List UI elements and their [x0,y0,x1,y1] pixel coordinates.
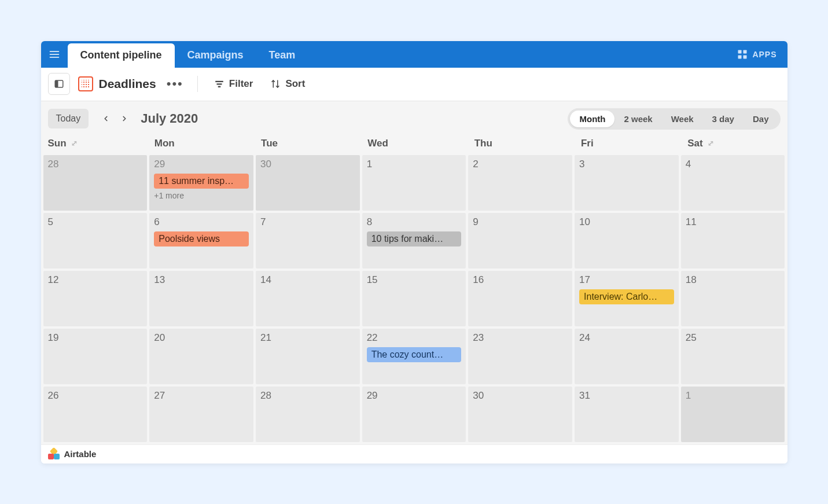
tab-campaigns[interactable]: Campaigns [175,43,256,68]
svg-rect-3 [738,50,742,53]
day-cell[interactable]: 27 [149,387,253,442]
weekday-tue: Tue [254,135,360,152]
view-options-icon[interactable]: ••• [164,76,186,91]
weekday-wed: Wed [360,135,467,152]
topbar: Content pipelineCampaignsTeam APPS [41,41,787,68]
day-cell[interactable]: 1 [362,155,466,211]
day-cell[interactable]: 31 [575,387,679,442]
day-cell[interactable]: 16 [468,271,572,326]
day-cell[interactable]: 29 [362,387,466,442]
day-cell[interactable]: 23 [468,329,572,384]
view-toolbar: Deadlines ••• Filter Sort [41,68,787,101]
day-cell[interactable]: 7 [256,213,360,268]
calendar-event[interactable]: 10 tips for maki… [367,231,462,247]
day-cell[interactable]: 13 [149,271,253,326]
day-number: 28 [48,159,143,170]
calendar-event[interactable]: 11 summer insp… [154,174,249,189]
filter-button[interactable]: Filter [209,75,258,93]
month-nav [98,111,133,127]
day-number: 29 [367,390,462,402]
svg-rect-11 [218,86,221,87]
day-cell[interactable]: 810 tips for maki… [362,213,466,268]
day-number: 12 [48,274,143,286]
range-switch: Month2 weekWeek3 dayDay [568,108,780,130]
apps-button[interactable]: APPS [727,41,787,68]
day-cell[interactable]: 11 [681,213,785,268]
day-number: 3 [579,159,674,170]
day-cell[interactable]: 2911 summer insp…+1 more [149,155,253,211]
day-cell[interactable]: 20 [149,329,253,384]
expand-icon[interactable]: ⤢ [708,139,714,148]
tab-team[interactable]: Team [256,43,308,68]
day-cell[interactable]: 22The cozy count… [362,329,466,384]
month-title: July 2020 [141,111,198,126]
day-number: 27 [154,390,249,402]
day-cell[interactable]: 30 [256,155,360,211]
day-number: 15 [367,274,462,286]
day-number: 8 [367,216,462,228]
day-cell[interactable]: 17Interview: Carlo… [575,271,679,326]
day-number: 24 [579,332,674,344]
svg-rect-8 [55,80,58,87]
day-cell[interactable]: 6Poolside views [149,213,253,268]
day-cell[interactable]: 19 [43,329,148,384]
app-window: Content pipelineCampaignsTeam APPS Deadl… [41,41,787,463]
day-cell[interactable]: 9 [468,213,572,268]
range-3-day[interactable]: 3 day [703,111,744,127]
calendar-event[interactable]: Poolside views [154,231,249,247]
day-cell[interactable]: 5 [43,213,148,268]
range-week[interactable]: Week [662,111,703,127]
filter-label: Filter [229,78,253,90]
prev-month-icon[interactable] [98,111,114,127]
today-button[interactable]: Today [48,109,89,128]
next-month-icon[interactable] [116,111,133,127]
day-number: 20 [154,332,249,344]
day-number: 4 [686,159,781,170]
day-number: 30 [473,390,568,402]
day-cell[interactable]: 26 [43,387,148,442]
day-cell[interactable]: 4 [681,155,785,211]
svg-rect-4 [744,50,747,53]
day-cell[interactable]: 30 [468,387,572,442]
day-cell[interactable]: 14 [256,271,360,326]
day-cell[interactable]: 12 [43,271,148,326]
calendar-header: Today July 2020 Month2 weekWeek3 dayDay [41,108,787,135]
calendar-event[interactable]: Interview: Carlo… [579,289,674,304]
more-events[interactable]: +1 more [154,191,249,200]
sort-button[interactable]: Sort [266,75,310,93]
day-cell[interactable]: 1 [681,387,785,442]
day-cell[interactable]: 18 [681,271,785,326]
airtable-logo-icon [48,448,60,460]
range-2-week[interactable]: 2 week [614,111,661,127]
day-number: 30 [260,159,355,170]
table-tabs: Content pipelineCampaignsTeam [68,41,308,68]
day-cell[interactable]: 25 [681,329,785,384]
weekday-sat: Sat⤢ [680,135,787,152]
day-cell[interactable]: 15 [362,271,466,326]
day-number: 18 [686,274,781,286]
expand-icon[interactable]: ⤢ [71,139,78,148]
panel-toggle-button[interactable] [48,73,70,95]
day-cell[interactable]: 2 [468,155,572,211]
day-cell[interactable]: 3 [575,155,679,211]
day-cell[interactable]: 10 [575,213,679,268]
calendar-icon [78,76,93,91]
day-cell[interactable]: 21 [256,329,360,384]
tab-content-pipeline[interactable]: Content pipeline [68,43,175,68]
day-number: 9 [473,216,568,228]
range-day[interactable]: Day [744,111,778,127]
separator [197,76,198,92]
calendar-event[interactable]: The cozy count… [367,347,462,362]
day-number: 6 [154,216,249,228]
range-month[interactable]: Month [570,111,614,127]
view-name: Deadlines [99,77,156,91]
day-cell[interactable]: 28 [43,155,148,211]
hamburger-menu-icon[interactable] [41,41,68,68]
footer: Airtable [41,444,787,463]
view-name-chip[interactable]: Deadlines [78,76,156,91]
day-number: 17 [579,274,674,286]
day-cell[interactable]: 28 [256,387,360,442]
day-cell[interactable]: 24 [575,329,679,384]
svg-rect-5 [738,55,742,58]
brand-label: Airtable [64,449,97,459]
